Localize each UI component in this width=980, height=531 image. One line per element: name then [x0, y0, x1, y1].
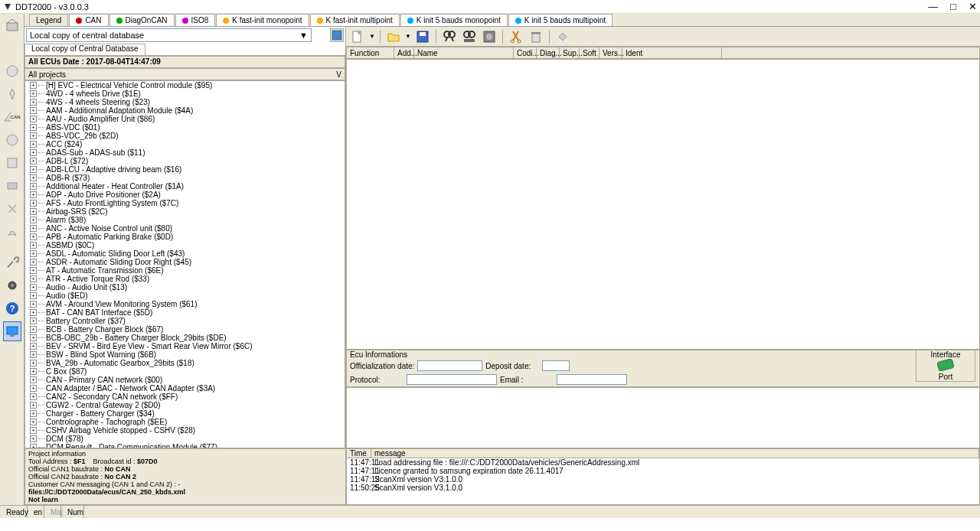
- tree-item[interactable]: +ASDL - Automatic Sliding Door Left ($43…: [25, 249, 345, 258]
- open-button[interactable]: [385, 28, 402, 45]
- expand-icon[interactable]: +: [30, 183, 37, 190]
- tree-item[interactable]: +DCM ($78): [25, 435, 345, 443]
- tab-iso8[interactable]: ISO8: [175, 14, 216, 26]
- expand-icon[interactable]: +: [30, 402, 37, 409]
- expand-icon[interactable]: +: [30, 360, 37, 366]
- db-refresh-button[interactable]: [330, 28, 344, 42]
- expand-icon[interactable]: +: [30, 132, 37, 139]
- expand-icon[interactable]: +: [30, 116, 37, 122]
- tree-item[interactable]: +ADB-L ($72): [25, 157, 345, 165]
- expand-icon[interactable]: +: [30, 368, 37, 375]
- tree-item[interactable]: +BAT - CAN BAT Interface ($5D): [25, 308, 345, 317]
- tool-wrench[interactable]: [3, 252, 21, 272]
- expand-icon[interactable]: +: [30, 259, 37, 266]
- tree-item[interactable]: +APB - Automatic Parking Brake ($0D): [25, 233, 345, 241]
- tree-item[interactable]: +AT - Automatic Transmission ($6E): [25, 266, 345, 275]
- expand-icon[interactable]: +: [30, 166, 37, 173]
- find-next-button[interactable]: [461, 28, 478, 45]
- tree-item[interactable]: +ADAS-Sub - ADAS-sub ($11): [25, 148, 345, 157]
- cut-button[interactable]: [508, 28, 524, 45]
- tree-item[interactable]: +Additional Heater - Heat Controller ($1…: [25, 182, 345, 191]
- tree-item[interactable]: +4WD - 4 wheels Drive ($1E): [25, 90, 345, 98]
- tree-item[interactable]: +ASBMD ($0C): [25, 241, 345, 249]
- tab-diagoncan[interactable]: DiagOnCAN: [109, 14, 175, 26]
- maximize-button[interactable]: □: [950, 1, 956, 12]
- save-button[interactable]: [414, 28, 431, 45]
- tree-item[interactable]: +AFS - Auto FrontLighting System ($7C): [25, 199, 345, 207]
- expand-icon[interactable]: +: [30, 158, 37, 165]
- tree-item[interactable]: +DCM Renault - Data Communication Module…: [25, 443, 345, 448]
- tree-item[interactable]: +Battery Controller ($37): [25, 317, 345, 325]
- tool-help[interactable]: ?: [3, 298, 21, 318]
- tool-leaf[interactable]: [3, 222, 21, 242]
- expand-icon[interactable]: +: [30, 124, 37, 131]
- tree-item[interactable]: +ADP - Auto Drive Positioner ($2A): [25, 191, 345, 199]
- expand-icon[interactable]: +: [30, 334, 37, 341]
- tool-sphere[interactable]: [3, 130, 21, 150]
- minimize-button[interactable]: —: [928, 1, 938, 12]
- log-row[interactable]: 11:47:11Load addressing file : file:///:…: [347, 458, 979, 467]
- expand-icon[interactable]: +: [30, 275, 37, 282]
- expand-icon[interactable]: +: [30, 326, 37, 333]
- expand-icon[interactable]: +: [30, 267, 37, 274]
- expand-icon[interactable]: +: [30, 208, 37, 215]
- tree-item[interactable]: +C Box ($87): [25, 367, 345, 376]
- expand-icon[interactable]: +: [30, 393, 37, 400]
- tree-item[interactable]: +CSHV Airbag Vehicle stopped - CSHV ($28…: [25, 426, 345, 435]
- expand-icon[interactable]: +: [30, 149, 37, 156]
- expand-icon[interactable]: +: [30, 233, 37, 240]
- expand-icon[interactable]: +: [30, 343, 37, 350]
- disk-button[interactable]: [481, 28, 498, 45]
- expand-icon[interactable]: +: [30, 351, 37, 358]
- projects-filter[interactable]: All projects V: [24, 68, 345, 80]
- diamond-button[interactable]: [554, 28, 571, 45]
- tool-shape[interactable]: [3, 153, 21, 173]
- expand-icon[interactable]: +: [30, 301, 37, 308]
- expand-icon[interactable]: +: [30, 107, 37, 114]
- tree-item[interactable]: +ATR - Active Torque Rod ($33): [25, 275, 345, 283]
- tree-item[interactable]: +BCB-OBC_29b - Battery Charger Block_29b…: [25, 334, 345, 342]
- tab-can[interactable]: CAN: [69, 14, 108, 26]
- tree-item[interactable]: +AVM - Around View Monitoring System ($6…: [25, 300, 345, 308]
- tab-legend[interactable]: Legend: [29, 14, 68, 26]
- expand-icon[interactable]: +: [30, 318, 37, 324]
- expand-icon[interactable]: +: [30, 376, 37, 383]
- tree-item[interactable]: +Controlographe - Tachograph ($EE): [25, 418, 345, 426]
- expand-icon[interactable]: +: [30, 385, 37, 392]
- close-button[interactable]: ✕: [969, 1, 977, 12]
- log-row[interactable]: 11:50:25ScanXml version V3.1.0.0: [347, 484, 979, 492]
- tool-pin[interactable]: [3, 84, 21, 104]
- tree-item[interactable]: +CAN Adapter / BAC - Network CAN Adapter…: [25, 384, 345, 393]
- expand-icon[interactable]: +: [30, 191, 37, 198]
- expand-icon[interactable]: +: [30, 174, 37, 181]
- tool-block[interactable]: [3, 176, 21, 196]
- log-row[interactable]: 11:47:12ScanXml version V3.1.0.0: [347, 475, 979, 484]
- tree-item[interactable]: +CGW2 - Central Gateway 2 ($D0): [25, 401, 345, 409]
- tree-item[interactable]: +ADB-LCU - Adaptive driving beam ($16): [25, 165, 345, 174]
- new-button[interactable]: [349, 28, 366, 45]
- tree-item[interactable]: +ACC ($24): [25, 140, 345, 148]
- expand-icon[interactable]: +: [30, 427, 37, 434]
- expand-icon[interactable]: +: [30, 292, 37, 299]
- tool-circle[interactable]: [3, 61, 21, 81]
- tab-k-5b-multi[interactable]: K init 5 bauds multipoint: [508, 14, 612, 26]
- tool-screen[interactable]: [3, 321, 21, 341]
- tree-item[interactable]: +BVA_29b - Automatic Gearbox_29bits ($18…: [25, 359, 345, 367]
- expand-icon[interactable]: +: [30, 410, 37, 417]
- expand-icon[interactable]: +: [30, 225, 37, 232]
- tree-item[interactable]: +Charger - Battery Charger ($34): [25, 409, 345, 418]
- expand-icon[interactable]: +: [30, 141, 37, 148]
- tree-item[interactable]: +4WS - 4 wheels Steering ($23): [25, 98, 345, 106]
- protocol-input[interactable]: [407, 374, 497, 385]
- email-input[interactable]: [557, 374, 627, 385]
- tree-item[interactable]: +AAM - Additionnal Adaptation Module ($4…: [25, 106, 345, 115]
- tree-item[interactable]: +BEV - SRVM - Bird Eye View - Smart Rear…: [25, 342, 345, 350]
- sub-tab-local[interactable]: Local copy of Central Database: [24, 44, 145, 55]
- tree-item[interactable]: +ANC - Active Noise Control unit ($80): [25, 224, 345, 233]
- expand-icon[interactable]: +: [30, 419, 37, 425]
- database-select[interactable]: Local copy of central database▼: [26, 28, 312, 42]
- find-button[interactable]: [441, 28, 458, 45]
- tree-item[interactable]: +AAU - Audio Amplifier Unit ($86): [25, 115, 345, 123]
- tab-k-fast-mono[interactable]: K fast-init monopoint: [216, 14, 309, 26]
- tool-pliers[interactable]: [3, 199, 21, 219]
